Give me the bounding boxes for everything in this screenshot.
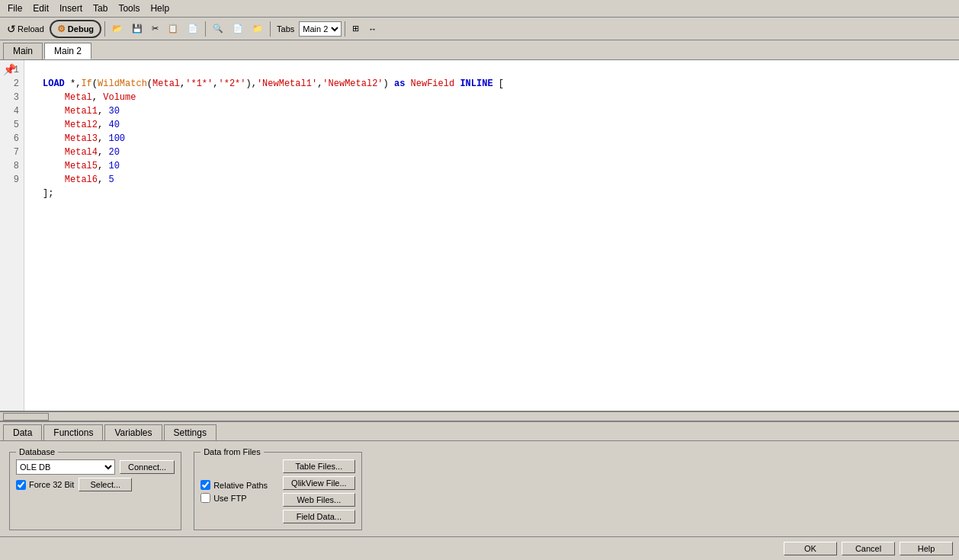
relative-paths-label: Relative Paths (213, 481, 268, 490)
separator-3 (270, 21, 271, 37)
menu-tools[interactable]: Tools (114, 2, 144, 15)
find-button[interactable]: 🔍 (209, 20, 227, 38)
tab-main[interactable]: Main (3, 43, 43, 59)
bottom-content: Database OLE DB ODBC Connect... Force 32… (0, 441, 959, 536)
relative-paths-row: Relative Paths (200, 480, 268, 490)
checkboxes-col: Relative Paths Use FTP (200, 459, 268, 523)
nav-next-button[interactable]: ↔ (364, 20, 380, 38)
data-from-files-legend: Data from Files (200, 447, 264, 456)
web-files-button[interactable]: Web Files... (283, 493, 355, 507)
help-button[interactable]: Help (900, 542, 953, 555)
qlikview-file-button[interactable]: QlikView File... (283, 476, 355, 490)
tabs-dropdown[interactable]: Main 2 (299, 21, 342, 37)
force32-checkbox[interactable] (16, 480, 26, 490)
table-files-button[interactable]: Table Files... (283, 459, 355, 473)
tab-data[interactable]: Data (3, 424, 42, 440)
paste-button[interactable]: 📄 (184, 20, 202, 38)
tab-main2[interactable]: Main 2 (44, 43, 91, 59)
tab-functions[interactable]: Functions (43, 424, 103, 440)
save-button[interactable]: 💾 (128, 20, 146, 38)
separator-4 (345, 21, 345, 37)
menu-tab[interactable]: Tab (88, 2, 112, 15)
file-buttons-col: Table Files... QlikView File... Web File… (283, 459, 355, 523)
new-file-button[interactable]: 📄 (229, 20, 247, 38)
horizontal-scrollbar[interactable] (0, 411, 959, 421)
field-data-button[interactable]: Field Data... (283, 510, 355, 523)
database-select[interactable]: OLE DB ODBC (16, 459, 115, 475)
menu-edit[interactable]: Edit (28, 2, 53, 15)
cut-button[interactable]: ✂ (148, 20, 162, 38)
folder-icon: 📂 (112, 24, 123, 34)
data-from-files-group: Data from Files Relative Paths Use FTP (194, 447, 361, 530)
find-icon: 🔍 (213, 24, 223, 34)
tabs-label: Tabs (277, 24, 294, 34)
cancel-button[interactable]: Cancel (842, 542, 895, 555)
editor-tab-bar: Main Main 2 (0, 40, 959, 60)
open-folder-button[interactable]: 📂 (108, 20, 127, 38)
reload-button[interactable]: ↺ Reload (3, 20, 48, 38)
menu-insert[interactable]: Insert (55, 2, 87, 15)
force32-checkbox-row: Force 32 Bit (16, 480, 74, 490)
debug-label: Debug (68, 24, 94, 34)
code-editor[interactable]: LOAD *,If(WildMatch(Metal,'*1*','*2*'),'… (24, 60, 959, 411)
dialog-buttons: OK Cancel Help (0, 536, 959, 560)
nav-prev-icon: ⊞ (352, 24, 359, 34)
nav-prev-button[interactable]: ⊞ (348, 20, 363, 38)
select-button[interactable]: Select... (79, 478, 132, 491)
reload-icon: ↺ (7, 23, 16, 35)
main-window: File Edit Insert Tab Tools Help ↺ Reload… (0, 0, 959, 560)
use-ftp-row: Use FTP (200, 493, 268, 503)
copy-icon: 📋 (168, 24, 178, 34)
db-row: OLE DB ODBC Connect... (16, 459, 175, 475)
bottom-panel: Data Functions Variables Settings Databa… (0, 421, 959, 560)
relative-paths-checkbox[interactable] (200, 480, 210, 490)
separator-1 (104, 21, 105, 37)
files-content: Relative Paths Use FTP Table Files... Ql… (200, 459, 354, 523)
line-numbers: 123456789 (0, 60, 24, 411)
connect-button[interactable]: Connect... (120, 460, 175, 474)
menu-file[interactable]: File (3, 2, 27, 15)
database-legend: Database (16, 447, 58, 456)
toolbar: ↺ Reload ⚙ Debug 📂 💾 ✂ 📋 📄 🔍 � (0, 18, 959, 40)
menu-help[interactable]: Help (146, 2, 174, 15)
debug-button[interactable]: ⚙ Debug (50, 20, 101, 38)
tab-settings[interactable]: Settings (164, 424, 216, 440)
separator-2 (205, 21, 206, 37)
ok-button[interactable]: OK (784, 542, 837, 555)
new-file-icon: 📄 (233, 24, 243, 34)
open-file-button[interactable]: 📁 (249, 20, 267, 38)
use-ftp-checkbox[interactable] (200, 493, 210, 503)
editor-inner: 📌 123456789 LOAD *,If(WildMatch(Metal,'*… (0, 60, 959, 411)
pin-icon: 📌 (3, 63, 16, 75)
force32-row: Force 32 Bit Select... (16, 478, 175, 491)
open-file-icon: 📁 (252, 24, 263, 34)
debug-icon: ⚙ (57, 24, 66, 34)
save-icon: 💾 (132, 24, 143, 34)
database-group: Database OLE DB ODBC Connect... Force 32… (9, 447, 181, 530)
force32-label: Force 32 Bit (29, 480, 74, 489)
editor-container[interactable]: 📌 123456789 LOAD *,If(WildMatch(Metal,'*… (0, 60, 959, 411)
reload-label: Reload (18, 24, 44, 34)
tab-variables[interactable]: Variables (104, 424, 162, 440)
menu-bar: File Edit Insert Tab Tools Help (0, 0, 959, 18)
editor-section: 📌 123456789 LOAD *,If(WildMatch(Metal,'*… (0, 60, 959, 421)
copy-button[interactable]: 📋 (164, 20, 182, 38)
cut-icon: ✂ (152, 24, 159, 34)
paste-icon: 📄 (188, 24, 198, 34)
bottom-tab-bar: Data Functions Variables Settings (0, 422, 959, 441)
scrollbar-thumb[interactable] (3, 413, 49, 421)
nav-next-icon: ↔ (368, 24, 377, 34)
use-ftp-label: Use FTP (213, 494, 246, 503)
